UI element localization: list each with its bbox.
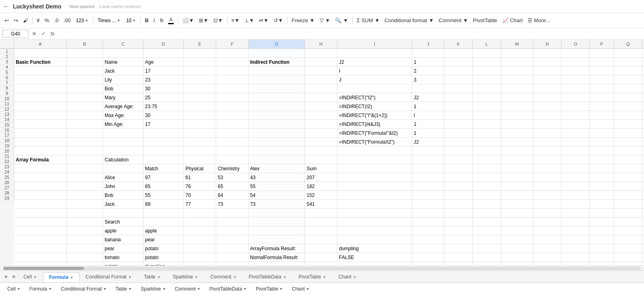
cell-N9[interactable]	[533, 120, 562, 129]
cell-E12[interactable]	[184, 146, 216, 155]
undo-button[interactable]: ↩	[2, 15, 11, 26]
cell-E22[interactable]	[184, 235, 216, 244]
cell-K1[interactable]	[444, 49, 473, 58]
cell-P23[interactable]	[590, 244, 614, 253]
cell-A8[interactable]	[14, 111, 67, 120]
cell-G21[interactable]	[248, 226, 305, 235]
col-header-O[interactable]: O	[562, 40, 590, 48]
cell-M4[interactable]	[501, 75, 533, 84]
cell-F24[interactable]	[216, 253, 248, 262]
cell-R14[interactable]	[642, 164, 644, 173]
freeze-button[interactable]: Freeze ▼	[290, 15, 317, 26]
cell-F19[interactable]	[216, 209, 248, 218]
cell-M19[interactable]	[501, 209, 533, 218]
cell-C19[interactable]	[103, 209, 143, 218]
cell-B19[interactable]	[67, 209, 103, 218]
cell-H12[interactable]	[305, 146, 337, 155]
cell-M1[interactable]	[501, 49, 533, 58]
cell-M15[interactable]	[501, 173, 533, 182]
cell-G19[interactable]	[248, 209, 305, 218]
cell-B10[interactable]	[67, 129, 103, 138]
row-num-22[interactable]: 22	[0, 159, 14, 164]
cell-K22[interactable]	[444, 235, 473, 244]
cell-B21[interactable]	[67, 226, 103, 235]
cell-E20[interactable]	[184, 218, 216, 226]
sheet-tab-pivottabledata[interactable]: PivotTableData▼	[243, 272, 293, 281]
cell-I13[interactable]	[337, 155, 412, 164]
cell-F22[interactable]	[216, 235, 248, 244]
cell-N20[interactable]	[533, 218, 562, 226]
cell-H7[interactable]	[305, 102, 337, 111]
cell-D14[interactable]: Match	[143, 164, 184, 173]
cell-K23[interactable]	[444, 244, 473, 253]
cell-L16[interactable]	[473, 182, 501, 191]
cell-Q14[interactable]	[614, 164, 642, 173]
cell-H16[interactable]: 182	[305, 182, 337, 191]
cell-O17[interactable]	[562, 191, 590, 200]
italic-button[interactable]: I	[152, 15, 157, 26]
cell-H10[interactable]	[305, 129, 337, 138]
text-rotate-button[interactable]: ↺▼	[271, 15, 285, 26]
cell-N15[interactable]	[533, 173, 562, 182]
row-num-29[interactable]: 29	[0, 196, 14, 201]
cell-R20[interactable]	[642, 218, 644, 226]
cell-G20[interactable]	[248, 218, 305, 226]
bt-comment[interactable]: Comment▼	[170, 285, 204, 293]
filter-button[interactable]: ▽ ▼	[318, 15, 332, 26]
cell-A2[interactable]: Basic Function	[14, 58, 67, 67]
cell-K4[interactable]	[444, 75, 473, 84]
cell-R8[interactable]	[642, 111, 644, 120]
col-header-I[interactable]: I	[337, 40, 412, 48]
cell-G5[interactable]	[248, 84, 305, 93]
cell-B5[interactable]	[67, 84, 103, 93]
cell-D9[interactable]: 17	[143, 120, 184, 129]
bt-chant[interactable]: Chant▼	[288, 285, 314, 293]
row-num-16[interactable]: 16	[0, 128, 14, 133]
cell-K5[interactable]	[444, 84, 473, 93]
cell-Q20[interactable]	[614, 218, 642, 226]
cell-L23[interactable]	[473, 244, 501, 253]
cell-R4[interactable]	[642, 75, 644, 84]
cell-K18[interactable]	[444, 200, 473, 209]
cell-R11[interactable]	[642, 138, 644, 146]
cell-H15[interactable]: 207	[305, 173, 337, 182]
cell-I8[interactable]: =INDIRECT("I"&(1+2))	[337, 111, 412, 120]
cell-J11[interactable]: J2	[412, 138, 444, 146]
cell-H4[interactable]	[305, 75, 337, 84]
cell-B14[interactable]	[67, 164, 103, 173]
col-header-J[interactable]: J	[412, 40, 444, 48]
cell-Q7[interactable]	[614, 102, 642, 111]
cell-F15[interactable]: 53	[216, 173, 248, 182]
cell-R9[interactable]	[642, 120, 644, 129]
cell-R16[interactable]	[642, 182, 644, 191]
cell-A9[interactable]	[14, 120, 67, 129]
cell-B1[interactable]	[67, 49, 103, 58]
cell-Q12[interactable]	[614, 146, 642, 155]
cell-C15[interactable]: Alice	[103, 173, 143, 182]
cell-N19[interactable]	[533, 209, 562, 218]
cell-E21[interactable]	[184, 226, 216, 235]
cell-I16[interactable]	[337, 182, 412, 191]
cell-A25[interactable]	[14, 262, 67, 266]
cell-B23[interactable]	[67, 244, 103, 253]
cell-H8[interactable]	[305, 111, 337, 120]
cell-K17[interactable]	[444, 191, 473, 200]
cell-D11[interactable]	[143, 138, 184, 146]
cell-A18[interactable]	[14, 200, 67, 209]
cell-C17[interactable]: Bob	[103, 191, 143, 200]
cell-A22[interactable]	[14, 235, 67, 244]
cell-G13[interactable]	[248, 155, 305, 164]
cell-O3[interactable]	[562, 67, 590, 75]
cell-M22[interactable]	[501, 235, 533, 244]
cell-N1[interactable]	[533, 49, 562, 58]
cell-N24[interactable]	[533, 253, 562, 262]
row-num-3[interactable]: 3	[0, 59, 14, 65]
col-header-M[interactable]: M	[501, 40, 533, 48]
cell-D1[interactable]	[143, 49, 184, 58]
cell-L12[interactable]	[473, 146, 501, 155]
cell-L6[interactable]	[473, 93, 501, 102]
row-num-7[interactable]: 7	[0, 80, 14, 86]
cell-H24[interactable]	[305, 253, 337, 262]
cell-G14[interactable]: Alex	[248, 164, 305, 173]
bt-cell[interactable]: Cell▼	[3, 285, 25, 293]
